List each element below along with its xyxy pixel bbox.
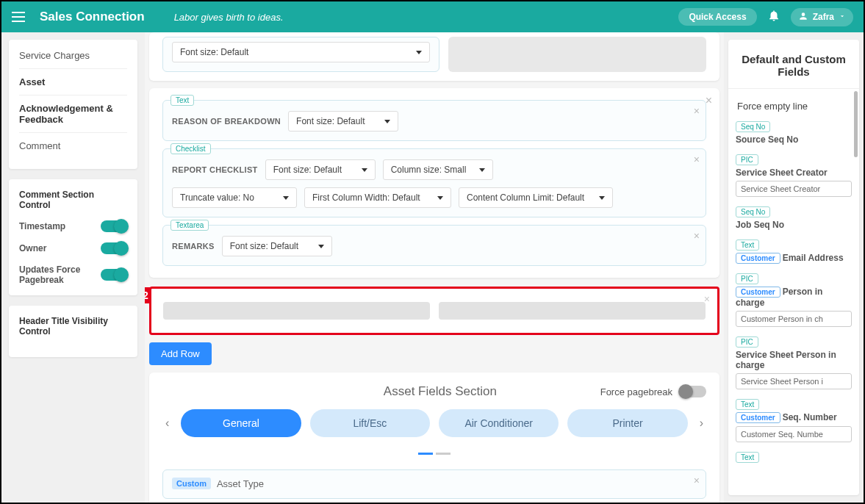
user-menu[interactable]: Zafra: [791, 8, 853, 26]
chevron-left-icon[interactable]: ‹: [162, 414, 172, 433]
placeholder-slot[interactable]: [163, 302, 430, 320]
close-icon[interactable]: ×: [694, 105, 700, 117]
toggle-force-pagebreak[interactable]: [680, 386, 706, 397]
block-tag-text: Text: [171, 95, 194, 106]
field-label: CustomerPerson in charge: [736, 287, 852, 308]
field-display-input[interactable]: Service Sheet Creator: [736, 181, 852, 197]
field-item[interactable]: Seq NoJob Seq No: [736, 204, 852, 230]
field-label: CustomerEmail Address: [736, 253, 852, 264]
truncate-dropdown[interactable]: Truncate value: No: [172, 187, 297, 208]
sidebar-item-service-charges[interactable]: Service Charges: [19, 50, 127, 68]
tab-air-conditioner[interactable]: Air Conditioner: [439, 409, 559, 437]
customer-tag: Customer: [736, 287, 780, 298]
chevron-right-icon[interactable]: ›: [697, 414, 706, 433]
font-size-dropdown[interactable]: Font size: Default: [288, 111, 398, 132]
quick-access-button[interactable]: Quick Access: [678, 8, 756, 26]
header-title-heading: Header Title Visibility Control: [19, 316, 127, 336]
top-card: Font size: Default: [149, 32, 719, 81]
asset-section-card: Asset Fields Section Force pagebreak ‹ G…: [149, 372, 719, 503]
field-item[interactable]: PICService Sheet Person in chargeService…: [736, 334, 852, 389]
field-label: Service Sheet Person in charge: [736, 350, 852, 370]
nav-panel: Service Charges Asset Acknowledgement & …: [9, 40, 137, 169]
close-icon[interactable]: ×: [706, 94, 712, 107]
app-title: Sales Connection: [40, 10, 145, 24]
field-type-tag: PIC: [736, 154, 758, 165]
field-display-input[interactable]: Customer Seq. Numbe: [736, 426, 852, 442]
sidebar-item-ack-feedback[interactable]: Acknowledgement & Feedback: [19, 95, 127, 132]
close-icon[interactable]: ×: [694, 154, 700, 165]
field-type-tag: PIC: [736, 273, 758, 284]
customer-tag: Customer: [736, 412, 780, 423]
highlighted-empty-row[interactable]: 12 ×: [149, 287, 719, 335]
user-name: Zafra: [813, 12, 834, 22]
tab-general[interactable]: General: [181, 409, 301, 437]
remarks-label: REMARKS: [172, 242, 215, 251]
tab-printer[interactable]: Printer: [567, 409, 687, 437]
block-tag-checklist: Checklist: [171, 143, 211, 154]
menu-icon[interactable]: [12, 12, 25, 22]
block-tag-textarea: Textarea: [171, 220, 209, 231]
notifications-icon[interactable]: [767, 9, 780, 25]
right-sidebar: Default and Custom Fields Force empty li…: [724, 32, 864, 503]
first-col-dropdown[interactable]: First Column Width: Default: [304, 187, 451, 208]
column-size-dropdown[interactable]: Column size: Small: [383, 159, 493, 180]
field-item[interactable]: TextCustomerSeq. NumberCustomer Seq. Num…: [736, 397, 852, 442]
add-row-button[interactable]: Add Row: [149, 342, 212, 365]
field-item[interactable]: Seq NoSource Seq No: [736, 119, 852, 145]
force-empty-line[interactable]: Force empty line: [737, 101, 852, 112]
toggle-updates[interactable]: [101, 269, 127, 281]
checklist-block: Checklist × REPORT CHECKLIST Font size: …: [162, 148, 706, 217]
field-item[interactable]: Text: [736, 450, 852, 463]
field-type-tag: PIC: [736, 336, 758, 348]
comment-section-panel: Comment Section Control Timestamp Owner …: [9, 179, 137, 295]
font-size-dropdown[interactable]: Font size: Default: [265, 159, 376, 180]
field-type-tag: Text: [736, 240, 759, 251]
sidebar-item-asset[interactable]: Asset: [19, 68, 127, 95]
left-sidebar: Service Charges Asset Acknowledgement & …: [1, 32, 145, 503]
asset-type-label: Asset Type: [217, 478, 264, 489]
field-display-input[interactable]: Customer Person in ch: [736, 311, 852, 327]
customer-tag: Customer: [736, 253, 780, 264]
field-type-tag: Seq No: [736, 206, 770, 217]
placeholder-slot[interactable]: [439, 302, 706, 320]
font-size-dropdown[interactable]: Font size: Default: [222, 236, 332, 256]
field-item[interactable]: TextCustomerEmail Address: [736, 237, 852, 264]
field-display-input[interactable]: Service Sheet Person i: [736, 373, 852, 389]
remarks-block: Textarea × REMARKS Font size: Default: [162, 225, 706, 266]
force-pagebreak-label: Force pagebreak: [600, 386, 672, 397]
reason-label: REASON OF BREAKDOWN: [172, 117, 281, 126]
tab-lift-esc[interactable]: Lift/Esc: [310, 409, 430, 437]
chevron-down-icon: [839, 12, 846, 22]
checklist-label: REPORT CHECKLIST: [172, 165, 258, 174]
placeholder-box: [448, 37, 706, 72]
customer-address-block: Font size: Default: [162, 37, 439, 72]
app-header: Sales Connection Labor gives birth to id…: [1, 1, 864, 32]
content-limit-dropdown[interactable]: Content Column Limit: Default: [459, 187, 613, 208]
field-type-tag: Text: [736, 452, 759, 463]
comment-section-heading: Comment Section Control: [19, 190, 127, 210]
fields-panel-header: Default and Custom Fields: [728, 40, 859, 89]
tab-indicator: [162, 444, 706, 458]
toggle-label-timestamp: Timestamp: [19, 221, 101, 231]
close-icon[interactable]: ×: [694, 475, 700, 486]
sidebar-item-comment[interactable]: Comment: [19, 132, 127, 159]
asset-section-title: Asset Fields Section: [384, 384, 497, 399]
field-type-tag: Text: [736, 399, 759, 410]
close-icon[interactable]: ×: [694, 230, 700, 242]
toggle-owner[interactable]: [101, 242, 127, 254]
field-item[interactable]: PICCustomerPerson in chargeCustomer Pers…: [736, 271, 852, 327]
font-size-dropdown[interactable]: Font size: Default: [172, 42, 430, 62]
field-label: CustomerSeq. Number: [736, 412, 852, 423]
toggle-timestamp[interactable]: [101, 220, 127, 232]
field-item[interactable]: PICService Sheet CreatorService Sheet Cr…: [736, 152, 852, 197]
field-label: Job Seq No: [736, 220, 852, 230]
tagline: Labor gives birth to ideas.: [174, 12, 284, 23]
center-column: Font size: Default × Text × REASON OF BR…: [145, 32, 724, 503]
field-label: Service Sheet Creator: [736, 168, 852, 178]
close-icon[interactable]: ×: [704, 293, 710, 305]
field-type-tag: Seq No: [736, 121, 770, 132]
avatar-icon: [798, 11, 808, 24]
header-title-panel: Header Title Visibility Control: [9, 306, 137, 357]
asset-type-block: × Custom Asset Type: [162, 469, 706, 499]
custom-tag: Custom: [172, 478, 211, 489]
